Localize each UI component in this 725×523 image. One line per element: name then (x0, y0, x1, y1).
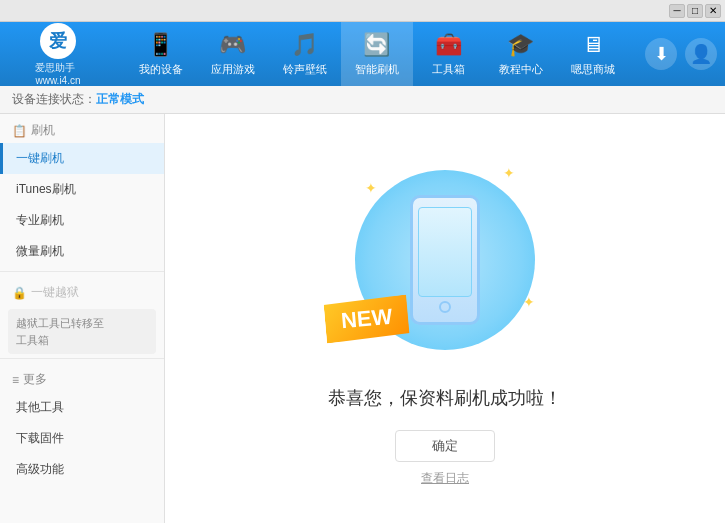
sidebar-section-flash: 📋 刷机 (0, 114, 164, 143)
phone-home-btn (439, 301, 451, 313)
status-bar: 设备连接状态： 正常模式 (0, 86, 725, 114)
jailbreak-info-box: 越狱工具已转移至 工具箱 (8, 309, 156, 354)
jailbreak-section-icon: 🔒 (12, 286, 27, 300)
apps-games-icon: 🎮 (219, 32, 246, 58)
weisi-icon: 🖥 (582, 32, 604, 58)
nav-smart-shop[interactable]: 🔄 智能刷机 (341, 22, 413, 86)
more-section-label: 更多 (23, 371, 47, 388)
status-value: 正常模式 (96, 91, 144, 108)
nav-ringtones-label: 铃声壁纸 (283, 62, 327, 77)
content-area: NEW ✦ ✦ ✦ 恭喜您，保资料刷机成功啦！ 确定 查看日志 (165, 114, 725, 523)
sidebar-item-pro-flash[interactable]: 专业刷机 (0, 205, 164, 236)
nav-my-device-label: 我的设备 (139, 62, 183, 77)
sidebar-item-one-key-flash[interactable]: 一键刷机 (0, 143, 164, 174)
logo-icon: 爱 (40, 23, 76, 59)
sidebar-item-download-firmware[interactable]: 下载固件 (0, 423, 164, 454)
sidebar-divider-2 (0, 358, 164, 359)
sidebar-item-micro-flash[interactable]: 微量刷机 (0, 236, 164, 267)
confirm-button[interactable]: 确定 (395, 430, 495, 462)
my-device-icon: 📱 (147, 32, 174, 58)
sidebar: 📋 刷机 一键刷机 iTunes刷机 专业刷机 微量刷机 🔒 一键越狱 越狱工具… (0, 114, 165, 523)
toolbox-icon: 🧰 (435, 32, 462, 58)
nav-ringtones[interactable]: 🎵 铃声壁纸 (269, 22, 341, 86)
nav-items: 📱 我的设备 🎮 应用游戏 🎵 铃声壁纸 🔄 智能刷机 🧰 工具箱 🎓 教程中心… (108, 22, 645, 86)
ringtones-icon: 🎵 (291, 32, 318, 58)
sparkle-2: ✦ (503, 165, 515, 181)
header: 爱 爱思助手 www.i4.cn 📱 我的设备 🎮 应用游戏 🎵 铃声壁纸 🔄 … (0, 22, 725, 86)
nav-weisi[interactable]: 🖥 嗯思商城 (557, 22, 629, 86)
tutorial-icon: 🎓 (507, 32, 534, 58)
nav-tutorial-label: 教程中心 (499, 62, 543, 77)
close-button[interactable]: ✕ (705, 4, 721, 18)
sidebar-item-advanced[interactable]: 高级功能 (0, 454, 164, 485)
main-layout: 📋 刷机 一键刷机 iTunes刷机 专业刷机 微量刷机 🔒 一键越狱 越狱工具… (0, 114, 725, 523)
sparkle-1: ✦ (365, 180, 377, 196)
nav-toolbox-label: 工具箱 (432, 62, 465, 77)
nav-smart-shop-label: 智能刷机 (355, 62, 399, 77)
logo-text: 爱思助手 www.i4.cn (35, 61, 80, 86)
status-label: 设备连接状态： (12, 91, 96, 108)
sparkle-3: ✦ (523, 294, 535, 310)
user-button[interactable]: 👤 (685, 38, 717, 70)
success-text: 恭喜您，保资料刷机成功啦！ (328, 386, 562, 410)
flash-section-icon: 📋 (12, 124, 27, 138)
nav-apps-games-label: 应用游戏 (211, 62, 255, 77)
sidebar-section-more: ≡ 更多 (0, 363, 164, 392)
sidebar-section-jailbreak: 🔒 一键越狱 (0, 276, 164, 305)
logo-area: 爱 爱思助手 www.i4.cn (8, 23, 108, 86)
sidebar-item-itunes-flash[interactable]: iTunes刷机 (0, 174, 164, 205)
jailbreak-section-label: 一键越狱 (31, 284, 79, 301)
sidebar-item-other-tools[interactable]: 其他工具 (0, 392, 164, 423)
nav-tutorial[interactable]: 🎓 教程中心 (485, 22, 557, 86)
secondary-link[interactable]: 查看日志 (421, 470, 469, 487)
nav-my-device[interactable]: 📱 我的设备 (125, 22, 197, 86)
nav-weisi-label: 嗯思商城 (571, 62, 615, 77)
title-bar: ─ □ ✕ (0, 0, 725, 22)
smart-shop-icon: 🔄 (363, 32, 390, 58)
phone-device (410, 195, 480, 325)
minimize-button[interactable]: ─ (669, 4, 685, 18)
nav-toolbox[interactable]: 🧰 工具箱 (413, 22, 485, 86)
nav-right: ⬇ 👤 (645, 38, 717, 70)
phone-screen (418, 207, 472, 297)
phone-illustration: NEW ✦ ✦ ✦ (345, 150, 545, 370)
more-section-icon: ≡ (12, 373, 19, 387)
sidebar-divider-1 (0, 271, 164, 272)
maximize-button[interactable]: □ (687, 4, 703, 18)
download-button[interactable]: ⬇ (645, 38, 677, 70)
flash-section-label: 刷机 (31, 122, 55, 139)
nav-apps-games[interactable]: 🎮 应用游戏 (197, 22, 269, 86)
